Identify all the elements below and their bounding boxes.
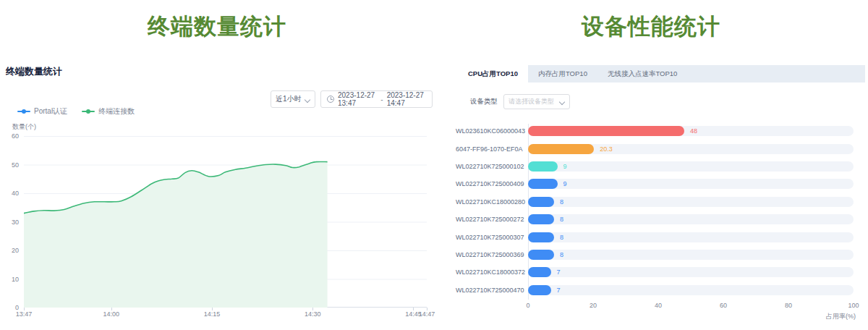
bar-x-tick-label: 60 (720, 302, 727, 309)
line-chart-legend: Portal认证终端连接数 (17, 106, 135, 117)
bar-category-label: WL022710K725000307 (456, 234, 522, 241)
bar-row: WL022710KC180002808 (456, 193, 854, 211)
date-range-end: 2023-12-27 14:47 (387, 91, 426, 107)
bar (528, 285, 551, 295)
bar (528, 161, 558, 172)
bar-category-label: WL022710K725000470 (456, 287, 522, 294)
bar (528, 126, 684, 136)
bar-track: 48 (528, 126, 854, 136)
legend-marker-icon (17, 109, 30, 114)
bar-value-label: 9 (563, 161, 567, 172)
legend-item-0[interactable]: Portal认证 (17, 106, 67, 117)
bar-chart-rows: WL023610KC06000043486047-FF96-1070-EF0A2… (456, 122, 854, 299)
tab-1[interactable]: 内存占用TOP10 (528, 65, 597, 82)
device-type-select[interactable]: 请选择设备类型 (503, 94, 570, 109)
bar-value-label: 7 (557, 285, 561, 295)
bar (528, 144, 594, 154)
bar (528, 197, 554, 207)
bar-x-tick-label: 80 (785, 302, 792, 309)
y-tick-label: 30 (0, 219, 19, 226)
bar-chart-x-axis-title: 占用率(%) (792, 312, 856, 321)
bar (528, 232, 554, 242)
chevron-down-icon (305, 97, 310, 102)
bar (528, 214, 554, 224)
time-range-select-value: 近1小时 (276, 94, 302, 104)
bar-track: 7 (528, 285, 854, 295)
bar-row: WL023610KC0600004348 (456, 122, 854, 140)
bar-row: WL022710K7250003698 (456, 246, 854, 263)
bar-track: 9 (528, 179, 854, 189)
bar-track: 8 (528, 250, 854, 260)
date-range-separator: - (380, 96, 383, 103)
legend-label: Portal认证 (34, 106, 67, 117)
bar-track: 8 (528, 232, 854, 242)
date-range-picker[interactable]: 2023-12-27 13:47 - 2023-12-27 14:47 (320, 90, 433, 108)
left-section-title: 终端数量统计 (0, 12, 434, 42)
bar-row: 6047-FF96-1070-EF0A20.3 (456, 140, 854, 157)
bar-track: 9 (528, 161, 854, 172)
time-range-select[interactable]: 近1小时 (271, 90, 315, 108)
device-type-label: 设备类型 (470, 97, 498, 106)
bar-row: WL022710K7250004099 (456, 175, 854, 192)
bar-track: 20.3 (528, 144, 854, 154)
bar-category-label: 6047-FF96-1070-EF0A (456, 145, 522, 153)
device-type-filter: 设备类型 请选择设备类型 (470, 94, 570, 109)
bar-category-label: WL022710K725000102 (456, 163, 522, 170)
y-tick-label: 40 (0, 190, 19, 197)
bar-x-tick-label: 0 (526, 302, 529, 309)
bar-category-label: WL022710K725000272 (456, 216, 522, 223)
tab-2[interactable]: 无线接入点速率TOP10 (597, 65, 687, 82)
chevron-down-icon (560, 99, 565, 104)
performance-tab-strip: CPU占用TOP10内存占用TOP10无线接入点速率TOP10 (458, 65, 865, 82)
bar-category-label: WL023610KC06000043 (456, 127, 522, 135)
bar-value-label: 8 (560, 197, 563, 207)
x-tick-label: 14:30 (305, 310, 321, 318)
bar (528, 267, 551, 277)
tab-0-active[interactable]: CPU占用TOP10 (458, 65, 528, 82)
bar-category-label: WL022710KC18000372 (456, 268, 522, 276)
bar-track: 8 (528, 214, 854, 224)
device-type-placeholder: 请选择设备类型 (509, 97, 554, 106)
bar-value-label: 7 (557, 267, 561, 277)
dashboard-root: 终端数量统计 设备性能统计 终端数量统计 近1小时 2023-12-27 13:… (0, 0, 868, 330)
y-tick-label: 20 (0, 247, 19, 254)
bar-value-label: 20.3 (600, 144, 613, 154)
x-tick-label: 14:47 (419, 310, 435, 318)
right-section-title: 设备性能统计 (434, 12, 868, 42)
legend-marker-icon (82, 109, 95, 114)
bar-value-label: 9 (563, 179, 567, 189)
bar (528, 179, 558, 189)
bar-row: WL022710K7250003078 (456, 228, 854, 245)
line-chart-plot (24, 136, 427, 308)
bar-category-label: WL022710K725000409 (456, 180, 522, 187)
legend-label: 终端连接数 (98, 106, 135, 117)
y-tick-label: 60 (0, 132, 19, 140)
y-tick-label: 50 (0, 161, 19, 169)
series-area-fill (24, 161, 328, 308)
legend-item-1[interactable]: 终端连接数 (82, 106, 135, 117)
bar-x-tick-label: 20 (590, 302, 597, 309)
clock-icon (327, 96, 334, 103)
bar-value-label: 8 (560, 214, 563, 224)
line-chart-y-axis-title: 数量(个) (12, 122, 36, 132)
bar-row: WL022710K7250001029 (456, 158, 854, 175)
bar-track: 8 (528, 197, 854, 207)
bar-track: 7 (528, 267, 854, 277)
date-range-start: 2023-12-27 13:47 (338, 91, 377, 107)
left-panel-header: 终端数量统计 (6, 65, 62, 78)
bar-x-tick-label: 100 (848, 302, 859, 309)
x-tick-label: 14:15 (204, 310, 221, 318)
bar-row: WL022710K7250002728 (456, 211, 854, 228)
bar (528, 250, 554, 260)
bar-row: WL022710KC180003727 (456, 263, 854, 281)
bar-category-label: WL022710K725000369 (456, 251, 522, 258)
bar-value-label: 48 (690, 126, 697, 136)
line-chart-svg (24, 136, 427, 308)
x-tick-label: 13:47 (16, 310, 33, 318)
bar-category-label: WL022710KC18000280 (456, 198, 522, 206)
bar-value-label: 8 (560, 250, 563, 260)
bar-row: WL022710K7250004707 (456, 282, 854, 299)
y-tick-label: 10 (0, 276, 19, 283)
bar-value-label: 8 (560, 232, 563, 242)
x-tick-label: 14:00 (103, 310, 119, 318)
